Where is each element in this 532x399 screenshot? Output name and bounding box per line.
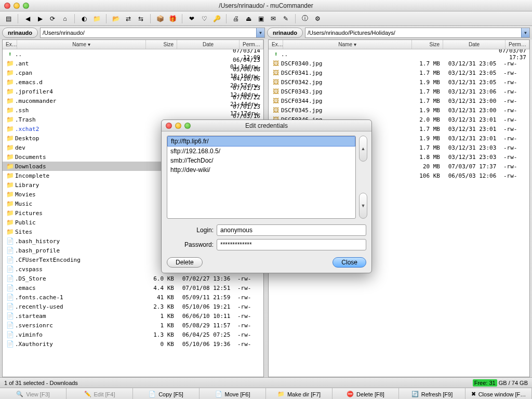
credential-item[interactable]: http://dev-wiki/ [167, 165, 355, 175]
col-ext[interactable]: Ex… [3, 40, 17, 49]
swap-panels-icon[interactable]: ⇄ [124, 15, 132, 23]
col-name[interactable]: Name ▾ [17, 40, 146, 49]
home-icon[interactable]: ⌂ [61, 15, 69, 23]
right-path-history-dropdown[interactable]: ▼ [521, 28, 529, 37]
file-row[interactable]: 📄.emacs4.4 KB07/01/08 12:51-rw- [3, 283, 263, 292]
info-icon[interactable]: ⓘ [301, 15, 309, 23]
favorite-icon[interactable]: ❤ [188, 15, 196, 23]
forward-icon[interactable]: ▶ [36, 15, 44, 23]
list-scroll-up[interactable]: ▲ [359, 136, 367, 162]
folder-icon: 📁 [5, 153, 15, 161]
file-row[interactable]: 📄.fonts.cache-141 KB05/09/11 21:59-rw- [3, 292, 263, 302]
terminal-icon[interactable]: ▣ [257, 15, 265, 23]
fkey-icon: 📄 [149, 391, 156, 397]
file-name: .bash_profile [15, 247, 144, 254]
file-icon: 📄 [5, 312, 15, 320]
col-size[interactable]: Size [412, 40, 443, 49]
file-row[interactable]: 🖼DSCF0343.jpg1.7 MB03/12/31 23:06-rw- [269, 87, 529, 96]
col-name[interactable]: Name ▾ [283, 40, 412, 49]
back-icon[interactable]: ◀ [23, 15, 32, 23]
fkey-make-dir-f7-[interactable]: 📁Make dir [F7] [266, 388, 332, 399]
col-perm[interactable]: Perm… [506, 40, 529, 49]
fkey-refresh-f9-[interactable]: 🔄Refresh [F9] [399, 388, 466, 399]
pack-icon[interactable]: 📦 [156, 15, 164, 23]
file-row[interactable]: 📄.starteam1 KB06/06/10 10:11-rw- [3, 311, 263, 321]
file-name: DSCF0341.jpg [281, 70, 410, 76]
file-size: 6.0 KB [144, 275, 175, 282]
favorite-open-icon[interactable]: ♡ [200, 15, 208, 23]
file-row[interactable]: ⬆..07/03/07 17:37 [269, 49, 529, 59]
col-date[interactable]: Date [443, 40, 506, 49]
fkey-copy-f5-[interactable]: 📄Copy [F5] [133, 388, 200, 399]
credential-item[interactable]: smb://TechDoc/ [167, 156, 355, 165]
file-date: 03/12/31 23:05 [441, 60, 503, 67]
login-input[interactable] [217, 224, 366, 236]
col-ext[interactable]: Ex… [269, 40, 283, 49]
file-row[interactable]: 📄.Xauthority0 KB05/10/06 19:36-rw- [3, 339, 263, 349]
new-tab-icon[interactable]: ▤ [4, 15, 12, 23]
edit-icon[interactable]: ✎ [282, 15, 290, 23]
col-perm[interactable]: Perm… [240, 40, 263, 49]
unpack-icon[interactable]: 🎁 [168, 15, 177, 23]
password-input[interactable] [217, 239, 366, 250]
close-dialog-button[interactable]: Close [332, 257, 366, 268]
right-volume-button[interactable]: nrinaudo [267, 28, 303, 38]
bookmark-add-icon[interactable]: 📁 [92, 15, 101, 23]
mail-icon[interactable]: ✉ [269, 15, 277, 23]
sync-panels-icon[interactable]: ⇆ [137, 15, 145, 23]
left-volume-button[interactable]: nrinaudo [2, 28, 38, 38]
selection-status: 1 of 31 selected - Downloads [4, 380, 78, 386]
file-size: 1.7 MB [410, 88, 441, 95]
right-path-field[interactable]: /Users/nrinaudo/Pictures/Holidays/ ▼ [305, 28, 530, 38]
credential-item[interactable]: ftp://ftp.lip6.fr/ [167, 136, 355, 147]
file-icon: 📄 [5, 256, 15, 263]
right-column-header[interactable]: Ex… Name ▾ Size Date Perm… [269, 40, 529, 49]
key-icon[interactable]: 🔑 [212, 15, 221, 23]
fkey-view-f3-[interactable]: 🔍View [F3] [0, 388, 66, 399]
list-scroll-down[interactable]: ▼ [359, 193, 367, 219]
printer-icon[interactable]: 🖨 [232, 15, 240, 23]
col-size[interactable]: Size [146, 40, 177, 49]
eject-icon[interactable]: ⏏ [244, 15, 252, 23]
file-row[interactable]: 📁.ant06/04/23 01:34drw- [3, 59, 263, 68]
file-row[interactable]: 🖼DSCF0342.jpg1.9 MB03/12/31 23:05-rw- [269, 77, 529, 87]
file-date: 03/12/31 23:01 [441, 116, 503, 123]
bookmark-manage-icon[interactable]: 📂 [112, 15, 120, 23]
file-icon: 📄 [5, 331, 15, 338]
left-path-history-dropdown[interactable]: ▼ [256, 28, 264, 37]
file-name: .Xauthority [15, 341, 144, 348]
delete-credential-button[interactable]: Delete [167, 257, 203, 268]
left-column-header[interactable]: Ex… Name ▾ Size Date Perm… [3, 40, 263, 49]
fkey-move-f6-[interactable]: 📄Move [F6] [200, 388, 266, 399]
file-row[interactable]: 🖼DSCF0340.jpg1.7 MB03/12/31 23:05-rw- [269, 59, 529, 68]
preferences-icon[interactable]: ⚙ [313, 15, 322, 23]
file-size: 4.4 KB [144, 285, 175, 291]
reload-icon[interactable]: ⟳ [48, 15, 57, 23]
fkey-edit-f4-[interactable]: ✏️Edit [F4] [66, 388, 133, 399]
file-row[interactable]: 📁.emacs.d04/10/06 20:57drw- [3, 77, 263, 87]
credentials-list[interactable]: ftp://ftp.lip6.fr/sftp://192.168.0.5/smb… [167, 136, 356, 219]
file-row[interactable]: 📄.DS_Store6.0 KB07/02/27 13:36-rw- [3, 274, 263, 283]
folder-icon: 📁 [5, 60, 15, 67]
file-row[interactable]: 🖼DSCF0344.jpg1.7 MB03/12/31 23:00-rw- [269, 96, 529, 105]
file-row[interactable]: 📁.jprofiler407/01/23 12:40drw- [3, 87, 263, 96]
col-date[interactable]: Date [177, 40, 240, 49]
file-row[interactable]: 📄.recently-used2.3 KB05/10/06 19:21-rw- [3, 302, 263, 311]
file-row[interactable]: 📁.mucommander07/02/22 21:44drw- [3, 96, 263, 105]
password-label: Password: [167, 241, 214, 248]
show-hidden-icon[interactable]: ◐ [80, 15, 88, 23]
file-row[interactable]: 📄.viminfo1.3 KB06/04/25 07:25-rw- [3, 330, 263, 339]
file-row[interactable]: ⬆..07/03/14 12:09 [3, 49, 263, 59]
file-row[interactable]: 🖼DSCF0341.jpg1.7 MB03/12/31 23:05-rw- [269, 68, 529, 77]
fkey-delete-f8-[interactable]: ⛔Delete [F8] [332, 388, 399, 399]
file-row[interactable]: 📁.ssh07/01/23 17:17drw- [3, 105, 263, 115]
fkey-label: Delete [F8] [356, 391, 384, 397]
left-path-field[interactable]: /Users/nrinaudo/ ▼ [40, 28, 265, 38]
file-row[interactable]: 🖼DSCF0345.jpg1.9 MB03/12/31 23:00-rw- [269, 105, 529, 115]
file-icon: 📄 [5, 247, 15, 254]
fkey-close-window-f-[interactable]: ✖Close window [F… [466, 388, 532, 399]
file-row[interactable]: 📁.cpan05/06/08 18:18drw- [3, 68, 263, 77]
file-row[interactable]: 📄.sversionrc1 KB05/08/29 11:57-rw- [3, 321, 263, 330]
file-permissions: -rw- [237, 294, 261, 301]
credential-item[interactable]: sftp://192.168.0.5/ [167, 147, 355, 156]
